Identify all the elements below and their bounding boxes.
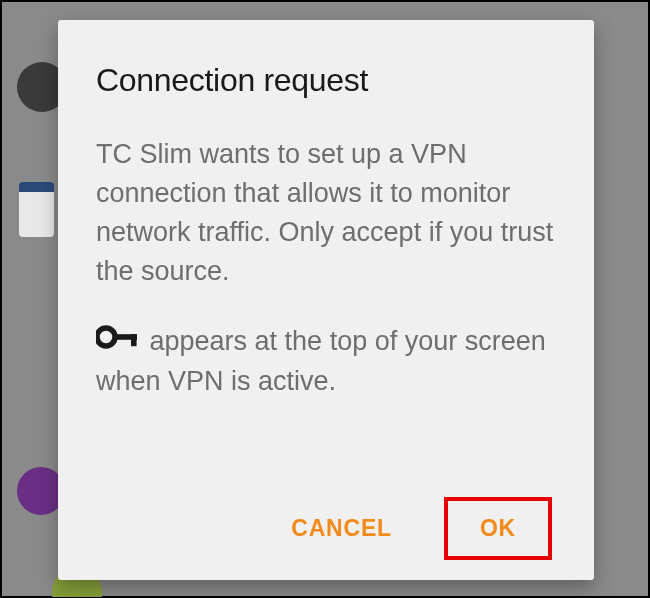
- svg-rect-2: [131, 334, 137, 346]
- bg-app-icon: [19, 182, 54, 237]
- ok-highlight: OK: [444, 497, 552, 560]
- cancel-button[interactable]: CANCEL: [267, 499, 416, 558]
- dialog-body: TC Slim wants to set up a VPN connection…: [96, 135, 556, 485]
- dialog-title: Connection request: [96, 62, 556, 99]
- dialog-actions: CANCEL OK: [96, 497, 556, 560]
- screen-frame: Connection request TC Slim wants to set …: [0, 0, 650, 598]
- dialog-body-warning: TC Slim wants to set up a VPN connection…: [96, 135, 556, 292]
- key-icon: [96, 321, 138, 360]
- vpn-connection-dialog: Connection request TC Slim wants to set …: [58, 20, 594, 580]
- svg-point-0: [97, 328, 115, 346]
- ok-button[interactable]: OK: [448, 501, 548, 556]
- dialog-body-status-text: appears at the top of your screen when V…: [96, 326, 546, 396]
- dialog-body-status: appears at the top of your screen when V…: [96, 322, 556, 402]
